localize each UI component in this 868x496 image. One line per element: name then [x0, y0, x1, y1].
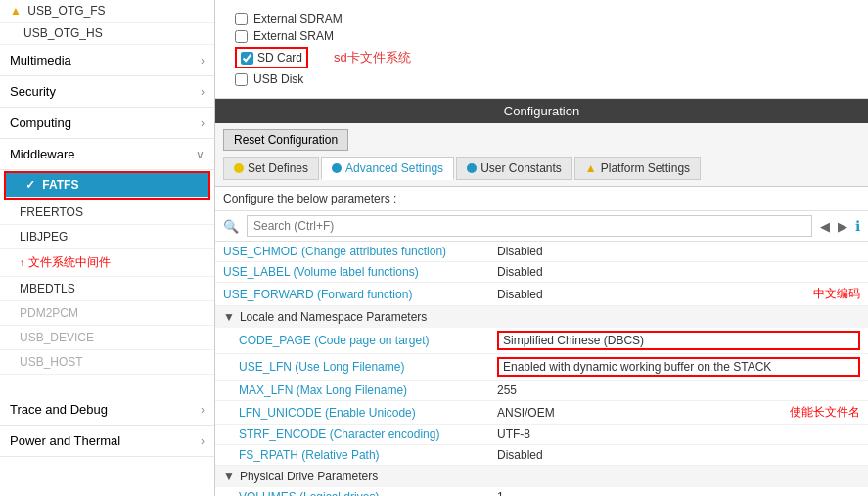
param-use-lfn: USE_LFN (Use Long Filename) Enabled with… [215, 354, 868, 381]
param-use-forward-value: Disabled [497, 288, 803, 301]
param-lfn-unicode-value: ANSI/OEM [497, 406, 780, 420]
param-volumes-label: VOLUMES (Logical drives) [239, 490, 379, 496]
param-code-page-label: CODE_PAGE (Code page on target) [239, 334, 430, 347]
sd-card-checkbox[interactable] [241, 52, 253, 65]
config-tabs: Set Defines Advanced Settings User Const… [223, 157, 860, 180]
param-use-label: USE_LABEL (Volume label functions) Disab… [215, 262, 868, 283]
sidebar-item-mbedtls[interactable]: MBEDTLS [0, 277, 214, 301]
param-max-lfn: MAX_LFN (Max Long Filename) 255 [215, 381, 868, 401]
sidebar-item-usb-device[interactable]: USB_DEVICE [0, 326, 214, 350]
next-search-icon[interactable]: ▶ [838, 219, 847, 234]
param-fs-rpath: FS_RPATH (Relative Path) Disabled [215, 445, 868, 466]
sidebar-item-libjpeg[interactable]: LIBJPEG [0, 225, 214, 249]
lfn-unicode-annotation: 使能长文件名 [790, 404, 860, 421]
main-content: External SDRAM External SRAM SD Card sd卡… [215, 0, 868, 496]
sidebar-item-pdm2pcm[interactable]: PDM2PCM [0, 301, 214, 326]
param-max-lfn-value: 255 [497, 383, 860, 397]
checkbox-row-external-sram: External SRAM [235, 29, 848, 43]
reset-config-button[interactable]: Reset Configuration [223, 129, 348, 151]
sidebar-item-usb-otg-fs[interactable]: ▲ USB_OTG_FS [0, 0, 214, 23]
collapse-icon: ▼ [223, 310, 235, 324]
checkbox-row-usb-disk: USB Disk [235, 72, 848, 86]
chevron-right-icon: › [201, 434, 205, 448]
chevron-right-icon: › [201, 403, 205, 417]
param-strf-encode: STRF_ENCODE (Character encoding) UTF-8 [215, 425, 868, 445]
chevron-down-icon: ∨ [196, 148, 205, 161]
info-icon[interactable]: ℹ [855, 218, 860, 234]
param-code-page: CODE_PAGE (Code page on target) Simplifi… [215, 328, 868, 354]
param-use-lfn-label: USE_LFN (Use Long Filename) [239, 360, 404, 374]
param-volumes: VOLUMES (Logical drives) 1 [215, 487, 868, 496]
param-use-chmod-label: USE_CHMOD (Change attributes function) [223, 245, 446, 258]
config-header: Configuration [215, 99, 868, 123]
param-fs-rpath-value: Disabled [497, 448, 860, 462]
param-use-chmod-value: Disabled [497, 245, 860, 258]
param-strf-encode-label: STRF_ENCODE (Character encoding) [239, 428, 439, 441]
checkbox-row-sd-card: SD Card sd卡文件系统 [235, 47, 848, 68]
sidebar-item-usb-host[interactable]: USB_HOST [0, 350, 214, 375]
warning-icon: ▲ [10, 4, 22, 18]
platform-settings-warn-icon: ▲ [585, 161, 597, 175]
tab-user-constants[interactable]: User Constants [456, 157, 572, 180]
external-sram-checkbox[interactable] [235, 30, 248, 43]
sidebar-item-power[interactable]: Power and Thermal › [0, 426, 214, 457]
sidebar-item-trace[interactable]: Trace and Debug › [0, 394, 214, 426]
configure-label: Configure the below parameters : [215, 187, 868, 211]
peripherals-checkboxes: External SDRAM External SRAM SD Card sd卡… [215, 0, 868, 99]
sidebar-item-usb-otg-hs[interactable]: USB_OTG_HS [0, 23, 214, 45]
usb-disk-checkbox[interactable] [235, 73, 248, 86]
chevron-right-icon: › [201, 85, 205, 99]
sidebar-item-filesystem-middleware[interactable]: ↑ 文件系统中间件 [0, 249, 214, 277]
sidebar-item-security[interactable]: Security › [0, 76, 214, 108]
external-sdram-checkbox[interactable] [235, 13, 248, 25]
advanced-settings-dot [332, 163, 342, 173]
search-input[interactable] [247, 215, 812, 237]
tab-platform-settings[interactable]: ▲ Platform Settings [574, 157, 701, 180]
param-lfn-unicode: LFN_UNICODE (Enable Unicode) ANSI/OEM 使能… [215, 401, 868, 425]
sidebar: ▲ USB_OTG_FS USB_OTG_HS Multimedia › Sec… [0, 0, 215, 496]
prev-search-icon[interactable]: ◀ [820, 219, 830, 234]
chevron-right-icon: › [201, 54, 205, 68]
param-use-forward-label: USE_FORWARD (Forward function) [223, 288, 412, 301]
sidebar-item-freertos[interactable]: FREERTOS [0, 201, 214, 225]
physical-section-header[interactable]: ▼ Physical Drive Parameters [215, 466, 868, 487]
search-row: 🔍 ◀ ▶ ℹ [215, 211, 868, 242]
param-use-chmod: USE_CHMOD (Change attributes function) D… [215, 242, 868, 262]
param-fs-rpath-label: FS_RPATH (Relative Path) [239, 448, 380, 462]
user-constants-dot [467, 163, 477, 173]
config-toolbar: Reset Configuration Set Defines Advanced… [215, 123, 868, 187]
sd-card-checkbox-box: SD Card [235, 47, 308, 68]
set-defines-dot [234, 163, 244, 173]
sidebar-item-fatfs[interactable]: ✓ FATFS [6, 173, 208, 198]
tab-advanced-settings[interactable]: Advanced Settings [321, 157, 454, 180]
sidebar-item-computing[interactable]: Computing › [0, 108, 214, 139]
params-area: USE_CHMOD (Change attributes function) D… [215, 242, 868, 496]
param-use-label-label: USE_LABEL (Volume label functions) [223, 265, 419, 279]
collapse-physical-icon: ▼ [223, 470, 235, 483]
param-strf-encode-value: UTF-8 [497, 428, 860, 441]
sidebar-item-multimedia[interactable]: Multimedia › [0, 45, 214, 76]
param-volumes-value: 1 [497, 490, 860, 496]
param-use-forward: USE_FORWARD (Forward function) Disabled … [215, 283, 868, 306]
sidebar-item-middleware[interactable]: Middleware ∨ [0, 139, 214, 170]
chevron-right-icon: › [201, 116, 205, 130]
use-forward-annotation: 中文编码 [813, 286, 860, 302]
check-icon: ✓ [25, 178, 35, 192]
search-icon: 🔍 [223, 219, 239, 234]
param-max-lfn-label: MAX_LFN (Max Long Filename) [239, 383, 407, 397]
param-code-page-value[interactable]: Simplified Chinese (DBCS) [497, 331, 860, 350]
tab-set-defines[interactable]: Set Defines [223, 157, 319, 180]
annotation-arrow-icon: ↑ [20, 257, 24, 268]
configuration-section: Configuration Reset Configuration Set De… [215, 99, 868, 496]
param-use-lfn-value[interactable]: Enabled with dynamic working buffer on t… [497, 357, 860, 377]
sd-card-annotation: sd卡文件系统 [334, 49, 411, 67]
checkbox-row-external-sdram: External SDRAM [235, 12, 848, 25]
param-lfn-unicode-label: LFN_UNICODE (Enable Unicode) [239, 406, 416, 420]
locale-section-header[interactable]: ▼ Locale and Namespace Parameters [215, 306, 868, 328]
param-use-label-value: Disabled [497, 265, 860, 279]
